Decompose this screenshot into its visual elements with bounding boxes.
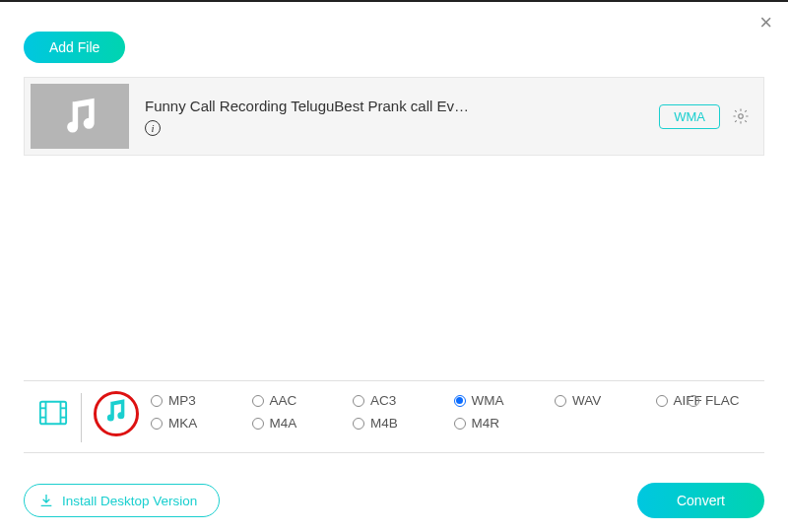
- format-label: M4A: [270, 416, 297, 431]
- add-file-button[interactable]: Add File: [24, 32, 125, 63]
- format-label: MP3: [168, 393, 196, 408]
- format-option-wav[interactable]: WAV: [555, 393, 652, 408]
- format-label: MKA: [168, 416, 197, 431]
- tab-divider: [81, 393, 82, 442]
- info-icon[interactable]: i: [145, 120, 161, 136]
- format-option-m4r[interactable]: M4R: [454, 416, 552, 431]
- format-option-wma[interactable]: WMA: [454, 393, 552, 408]
- file-actions: WMA: [659, 104, 750, 129]
- bottom-bar: Install Desktop Version Convert: [24, 483, 764, 518]
- format-label: WAV: [572, 393, 601, 408]
- download-icon: [38, 493, 54, 508]
- settings-icon[interactable]: [732, 107, 750, 125]
- svg-point-0: [739, 114, 744, 119]
- format-option-mka[interactable]: MKA: [151, 416, 248, 431]
- format-label: M4B: [370, 416, 398, 431]
- format-label: AC3: [370, 393, 396, 408]
- format-option-ac3[interactable]: AC3: [353, 393, 450, 408]
- format-label: AAC: [270, 393, 297, 408]
- svg-rect-1: [40, 402, 66, 425]
- install-label: Install Desktop Version: [62, 494, 197, 508]
- video-tab-icon[interactable]: [32, 393, 75, 427]
- format-option-mp3[interactable]: MP3: [151, 393, 248, 408]
- format-grid: MP3 AAC AC3 WMA WAV AIFF FLAC MKA M4A M4…: [143, 393, 756, 431]
- format-option-m4a[interactable]: M4A: [252, 416, 350, 431]
- format-option-aac[interactable]: AAC: [252, 393, 350, 408]
- music-note-icon: [58, 95, 101, 138]
- format-bar: MP3 AAC AC3 WMA WAV AIFF FLAC MKA M4A M4…: [24, 380, 764, 453]
- format-label: FLAC: [705, 393, 740, 408]
- file-meta: Funny Call Recording TeluguBest Prank ca…: [145, 98, 659, 136]
- close-icon[interactable]: ×: [759, 10, 772, 35]
- convert-button[interactable]: Convert: [637, 483, 764, 518]
- output-format-badge[interactable]: WMA: [659, 104, 720, 129]
- file-title: Funny Call Recording TeluguBest Prank ca…: [145, 98, 659, 114]
- top-bar: Add File: [0, 2, 788, 77]
- file-thumbnail: [31, 84, 129, 149]
- audio-tab[interactable]: [88, 393, 143, 425]
- format-option-flac[interactable]: FLAC: [688, 393, 756, 408]
- install-desktop-button[interactable]: Install Desktop Version: [24, 484, 220, 517]
- format-option-m4b[interactable]: M4B: [353, 416, 450, 431]
- file-item: Funny Call Recording TeluguBest Prank ca…: [24, 77, 764, 156]
- format-label: WMA: [472, 393, 504, 408]
- music-note-icon: [101, 397, 129, 425]
- format-label: M4R: [472, 416, 500, 431]
- app-window: × Add File Funny Call Recording TeluguBe…: [0, 0, 788, 532]
